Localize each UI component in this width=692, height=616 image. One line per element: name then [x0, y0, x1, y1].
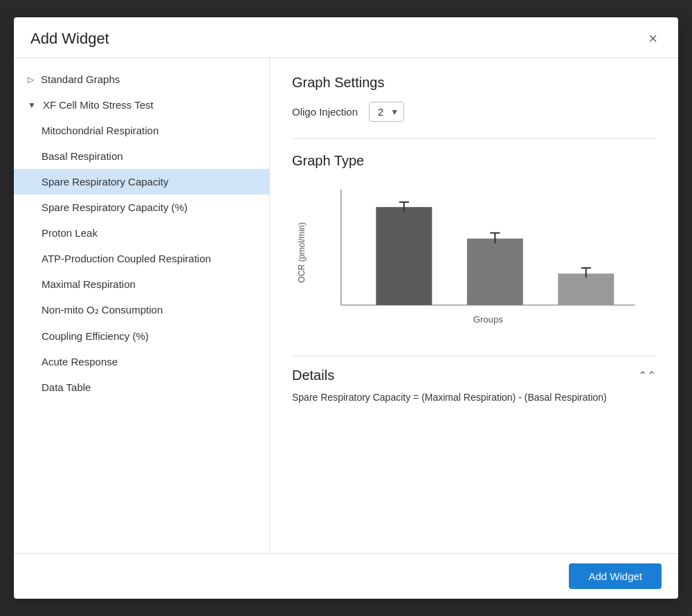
details-text: Spare Respiratory Capacity = (Maximal Re…: [292, 390, 656, 405]
modal-body: ▷Standard Graphs▼XF Cell Mito Stress Tes…: [14, 58, 678, 553]
coupling-efficiency-label: Coupling Efficiency (%): [42, 330, 149, 342]
sidebar-item-non-mito-o2[interactable]: Non-mito O₂ Consumption: [14, 297, 269, 323]
details-header: Details ⌃⌃: [292, 368, 656, 383]
oligo-injection-label: Oligo Injection: [292, 106, 358, 118]
maximal-respiration-label: Maximal Respiration: [42, 278, 136, 290]
sidebar-item-acute-response[interactable]: Acute Response: [14, 349, 269, 374]
oligo-injection-wrapper: 2 1 3 4 ▼: [369, 102, 404, 122]
bar-3: [558, 273, 614, 305]
svg-text:OCR (pmol/min): OCR (pmol/min): [297, 222, 307, 283]
sidebar-item-coupling-efficiency[interactable]: Coupling Efficiency (%): [14, 323, 269, 349]
standard-graphs-label: Standard Graphs: [41, 73, 120, 85]
sidebar-item-standard-graphs[interactable]: ▷Standard Graphs: [14, 66, 269, 92]
sidebar-item-maximal-respiration[interactable]: Maximal Respiration: [14, 271, 269, 297]
graph-type-section: Graph Type OCR (pmol/min): [292, 153, 656, 339]
bar-chart: OCR (pmol/min): [292, 180, 656, 339]
xf-cell-mito-arrow-icon: ▼: [28, 100, 36, 110]
sidebar-item-spare-respiratory-capacity[interactable]: Spare Respiratory Capacity: [14, 169, 269, 194]
modal-overlay: Add Widget × ▷Standard Graphs▼XF Cell Mi…: [0, 0, 692, 616]
sidebar-item-proton-leak[interactable]: Proton Leak: [14, 220, 269, 246]
chart-container: OCR (pmol/min): [292, 180, 656, 339]
xf-cell-mito-label: XF Cell Mito Stress Test: [43, 99, 154, 111]
mitochondrial-respiration-label: Mitochondrial Respiration: [42, 125, 158, 136]
close-button[interactable]: ×: [644, 30, 662, 48]
acute-response-label: Acute Response: [42, 356, 118, 368]
modal-title: Add Widget: [30, 30, 109, 48]
bar-2: [467, 239, 523, 305]
modal: Add Widget × ▷Standard Graphs▼XF Cell Mi…: [14, 17, 678, 599]
settings-row: Oligo Injection 2 1 3 4 ▼: [292, 102, 656, 122]
sidebar-item-atp-production-coupled[interactable]: ATP-Production Coupled Respiration: [14, 246, 269, 271]
collapse-button[interactable]: ⌃⌃: [638, 369, 656, 382]
modal-footer: Add Widget: [14, 553, 678, 599]
atp-production-coupled-label: ATP-Production Coupled Respiration: [42, 253, 211, 264]
basal-respiration-label: Basal Respiration: [42, 150, 123, 162]
sidebar-item-spare-respiratory-capacity-pct[interactable]: Spare Respiratory Capacity (%): [14, 194, 269, 220]
add-widget-button[interactable]: Add Widget: [569, 563, 662, 589]
oligo-injection-select[interactable]: 2 1 3 4: [369, 102, 404, 122]
bar-1: [376, 207, 432, 305]
sidebar-item-mitochondrial-respiration[interactable]: Mitochondrial Respiration: [14, 118, 269, 143]
sidebar-item-basal-respiration[interactable]: Basal Respiration: [14, 143, 269, 169]
spare-respiratory-capacity-label: Spare Respiratory Capacity: [42, 176, 168, 188]
settings-divider: [292, 138, 656, 139]
data-table-label: Data Table: [42, 381, 91, 393]
sidebar: ▷Standard Graphs▼XF Cell Mito Stress Tes…: [14, 58, 270, 553]
sidebar-item-data-table[interactable]: Data Table: [14, 374, 269, 400]
spare-respiratory-capacity-pct-label: Spare Respiratory Capacity (%): [42, 201, 188, 213]
standard-graphs-arrow-icon: ▷: [28, 75, 34, 84]
non-mito-o2-label: Non-mito O₂ Consumption: [42, 304, 163, 316]
main-content: Graph Settings Oligo Injection 2 1 3 4 ▼: [270, 58, 678, 553]
sidebar-item-xf-cell-mito[interactable]: ▼XF Cell Mito Stress Test: [14, 92, 269, 118]
graph-type-title: Graph Type: [292, 153, 656, 169]
proton-leak-label: Proton Leak: [42, 227, 98, 239]
modal-header: Add Widget ×: [14, 17, 678, 58]
graph-settings-title: Graph Settings: [292, 75, 656, 91]
details-section: Details ⌃⌃ Spare Respiratory Capacity = …: [292, 356, 656, 405]
svg-text:Groups: Groups: [473, 314, 504, 325]
details-title: Details: [292, 368, 334, 383]
